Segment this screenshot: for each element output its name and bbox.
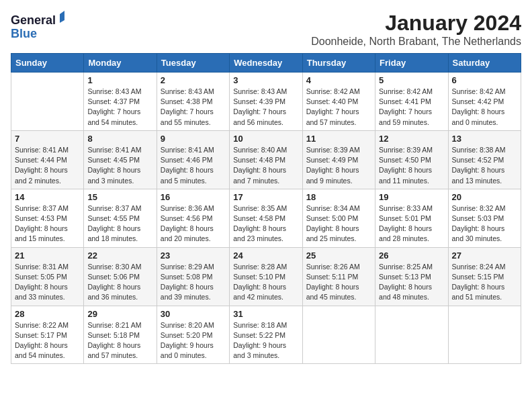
day-number: 13 bbox=[452, 134, 517, 144]
day-info: Sunrise: 8:41 AMSunset: 4:45 PMDaylight:… bbox=[87, 145, 152, 186]
calendar-cell: 7Sunrise: 8:41 AMSunset: 4:44 PMDaylight… bbox=[11, 130, 84, 189]
day-number: 31 bbox=[233, 309, 298, 319]
weekday-header-saturday: Saturday bbox=[448, 54, 521, 73]
calendar-cell: 15Sunrise: 8:37 AMSunset: 4:55 PMDayligh… bbox=[84, 189, 157, 247]
logo: General Blue bbox=[11, 11, 64, 44]
calendar-cell bbox=[375, 306, 448, 364]
calendar-cell: 26Sunrise: 8:25 AMSunset: 5:13 PMDayligh… bbox=[375, 247, 448, 306]
calendar-cell: 18Sunrise: 8:34 AMSunset: 5:00 PMDayligh… bbox=[302, 189, 375, 247]
day-number: 8 bbox=[87, 134, 152, 144]
day-info: Sunrise: 8:26 AMSunset: 5:11 PMDaylight:… bbox=[306, 262, 371, 303]
logo-svg: General Blue bbox=[11, 11, 64, 44]
calendar-week-row: 14Sunrise: 8:37 AMSunset: 4:53 PMDayligh… bbox=[11, 189, 521, 247]
month-title: January 2024 bbox=[311, 11, 521, 36]
day-number: 25 bbox=[306, 250, 371, 261]
day-info: Sunrise: 8:29 AMSunset: 5:08 PMDaylight:… bbox=[161, 262, 226, 303]
svg-text:Blue: Blue bbox=[11, 27, 37, 40]
day-number: 19 bbox=[379, 192, 444, 202]
day-info: Sunrise: 8:34 AMSunset: 5:00 PMDaylight:… bbox=[306, 203, 371, 244]
day-number: 18 bbox=[306, 192, 371, 202]
calendar-cell: 14Sunrise: 8:37 AMSunset: 4:53 PMDayligh… bbox=[11, 189, 84, 247]
day-info: Sunrise: 8:20 AMSunset: 5:20 PMDaylight:… bbox=[161, 320, 226, 361]
day-number: 22 bbox=[87, 250, 152, 261]
day-info: Sunrise: 8:42 AMSunset: 4:40 PMDaylight:… bbox=[306, 87, 371, 128]
calendar-week-row: 1Sunrise: 8:43 AMSunset: 4:37 PMDaylight… bbox=[11, 73, 521, 131]
weekday-header-friday: Friday bbox=[375, 54, 448, 73]
calendar-cell: 4Sunrise: 8:42 AMSunset: 4:40 PMDaylight… bbox=[302, 73, 375, 131]
calendar-cell: 23Sunrise: 8:29 AMSunset: 5:08 PMDayligh… bbox=[157, 247, 229, 306]
calendar-cell: 28Sunrise: 8:22 AMSunset: 5:17 PMDayligh… bbox=[11, 306, 84, 364]
weekday-header-wednesday: Wednesday bbox=[230, 54, 302, 73]
day-number: 12 bbox=[379, 134, 444, 144]
day-number: 27 bbox=[452, 250, 517, 261]
title-block: January 2024 Doonheide, North Brabant, T… bbox=[311, 11, 521, 48]
page-header: General Blue January 2024 Doonheide, Nor… bbox=[11, 11, 521, 48]
calendar-week-row: 7Sunrise: 8:41 AMSunset: 4:44 PMDaylight… bbox=[11, 130, 521, 189]
day-number: 4 bbox=[306, 75, 371, 85]
calendar-week-row: 21Sunrise: 8:31 AMSunset: 5:05 PMDayligh… bbox=[11, 247, 521, 306]
calendar-cell: 30Sunrise: 8:20 AMSunset: 5:20 PMDayligh… bbox=[157, 306, 229, 364]
day-info: Sunrise: 8:43 AMSunset: 4:37 PMDaylight:… bbox=[87, 87, 152, 128]
calendar-cell: 19Sunrise: 8:33 AMSunset: 5:01 PMDayligh… bbox=[375, 189, 448, 247]
day-info: Sunrise: 8:22 AMSunset: 5:17 PMDaylight:… bbox=[15, 320, 80, 361]
weekday-header-tuesday: Tuesday bbox=[157, 54, 229, 73]
day-info: Sunrise: 8:21 AMSunset: 5:18 PMDaylight:… bbox=[87, 320, 152, 361]
day-info: Sunrise: 8:39 AMSunset: 4:50 PMDaylight:… bbox=[379, 145, 444, 186]
day-number: 28 bbox=[15, 309, 80, 319]
calendar-cell: 6Sunrise: 8:42 AMSunset: 4:42 PMDaylight… bbox=[448, 73, 521, 131]
calendar-cell: 9Sunrise: 8:41 AMSunset: 4:46 PMDaylight… bbox=[157, 130, 229, 189]
calendar-cell: 17Sunrise: 8:35 AMSunset: 4:58 PMDayligh… bbox=[230, 189, 302, 247]
day-info: Sunrise: 8:43 AMSunset: 4:39 PMDaylight:… bbox=[233, 87, 298, 128]
calendar-cell: 3Sunrise: 8:43 AMSunset: 4:39 PMDaylight… bbox=[230, 73, 302, 131]
day-number: 14 bbox=[15, 192, 80, 202]
calendar-table: SundayMondayTuesdayWednesdayThursdayFrid… bbox=[11, 53, 521, 364]
day-number: 30 bbox=[161, 309, 226, 319]
day-info: Sunrise: 8:30 AMSunset: 5:06 PMDaylight:… bbox=[87, 262, 152, 303]
calendar-cell: 21Sunrise: 8:31 AMSunset: 5:05 PMDayligh… bbox=[11, 247, 84, 306]
day-info: Sunrise: 8:40 AMSunset: 4:48 PMDaylight:… bbox=[233, 145, 298, 186]
calendar-cell: 1Sunrise: 8:43 AMSunset: 4:37 PMDaylight… bbox=[84, 73, 157, 131]
day-info: Sunrise: 8:37 AMSunset: 4:55 PMDaylight:… bbox=[87, 203, 152, 244]
calendar-cell bbox=[448, 306, 521, 364]
day-number: 9 bbox=[161, 134, 226, 144]
day-number: 20 bbox=[452, 192, 517, 202]
day-number: 10 bbox=[233, 134, 298, 144]
svg-text:General: General bbox=[11, 13, 56, 27]
calendar-cell: 10Sunrise: 8:40 AMSunset: 4:48 PMDayligh… bbox=[230, 130, 302, 189]
day-number: 6 bbox=[452, 75, 517, 85]
day-info: Sunrise: 8:28 AMSunset: 5:10 PMDaylight:… bbox=[233, 262, 298, 303]
day-number: 2 bbox=[161, 75, 226, 85]
calendar-cell: 11Sunrise: 8:39 AMSunset: 4:49 PMDayligh… bbox=[302, 130, 375, 189]
calendar-cell: 5Sunrise: 8:42 AMSunset: 4:41 PMDaylight… bbox=[375, 73, 448, 131]
day-info: Sunrise: 8:25 AMSunset: 5:13 PMDaylight:… bbox=[379, 262, 444, 303]
day-info: Sunrise: 8:32 AMSunset: 5:03 PMDaylight:… bbox=[452, 203, 517, 244]
calendar-cell: 8Sunrise: 8:41 AMSunset: 4:45 PMDaylight… bbox=[84, 130, 157, 189]
day-info: Sunrise: 8:41 AMSunset: 4:44 PMDaylight:… bbox=[15, 145, 80, 186]
day-number: 23 bbox=[161, 250, 226, 261]
day-info: Sunrise: 8:39 AMSunset: 4:49 PMDaylight:… bbox=[306, 145, 371, 186]
calendar-cell: 29Sunrise: 8:21 AMSunset: 5:18 PMDayligh… bbox=[84, 306, 157, 364]
day-info: Sunrise: 8:33 AMSunset: 5:01 PMDaylight:… bbox=[379, 203, 444, 244]
day-number: 26 bbox=[379, 250, 444, 261]
day-info: Sunrise: 8:37 AMSunset: 4:53 PMDaylight:… bbox=[15, 203, 80, 244]
day-number: 24 bbox=[233, 250, 298, 261]
calendar-cell bbox=[11, 73, 84, 131]
calendar-cell: 27Sunrise: 8:24 AMSunset: 5:15 PMDayligh… bbox=[448, 247, 521, 306]
calendar-cell: 22Sunrise: 8:30 AMSunset: 5:06 PMDayligh… bbox=[84, 247, 157, 306]
day-number: 11 bbox=[306, 134, 371, 144]
calendar-cell: 16Sunrise: 8:36 AMSunset: 4:56 PMDayligh… bbox=[157, 189, 229, 247]
day-number: 7 bbox=[15, 134, 80, 144]
calendar-cell: 20Sunrise: 8:32 AMSunset: 5:03 PMDayligh… bbox=[448, 189, 521, 247]
day-number: 1 bbox=[87, 75, 152, 85]
calendar-cell: 12Sunrise: 8:39 AMSunset: 4:50 PMDayligh… bbox=[375, 130, 448, 189]
calendar-week-row: 28Sunrise: 8:22 AMSunset: 5:17 PMDayligh… bbox=[11, 306, 521, 364]
day-number: 29 bbox=[87, 309, 152, 319]
day-info: Sunrise: 8:36 AMSunset: 4:56 PMDaylight:… bbox=[161, 203, 226, 244]
day-number: 16 bbox=[161, 192, 226, 202]
calendar-cell: 31Sunrise: 8:18 AMSunset: 5:22 PMDayligh… bbox=[230, 306, 302, 364]
day-number: 5 bbox=[379, 75, 444, 85]
weekday-header-monday: Monday bbox=[84, 54, 157, 73]
weekday-header-thursday: Thursday bbox=[302, 54, 375, 73]
location-subtitle: Doonheide, North Brabant, The Netherland… bbox=[311, 36, 521, 48]
calendar-cell: 24Sunrise: 8:28 AMSunset: 5:10 PMDayligh… bbox=[230, 247, 302, 306]
